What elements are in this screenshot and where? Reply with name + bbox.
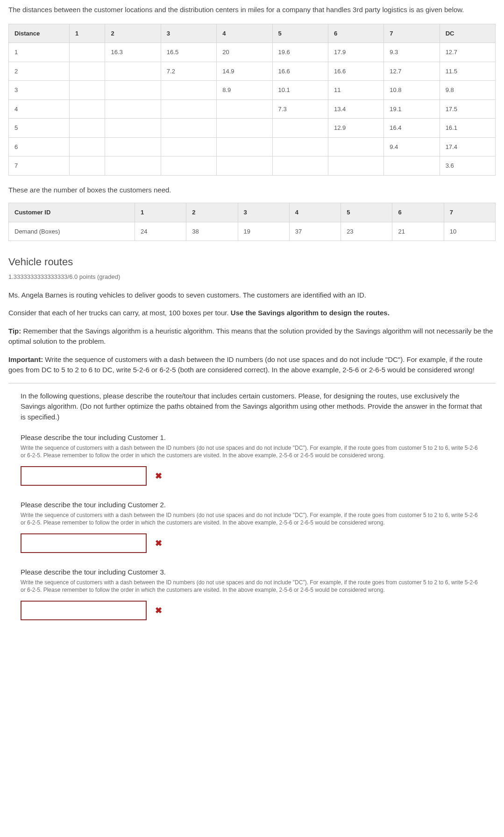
answer-input[interactable]	[21, 466, 147, 486]
dth-1: 1	[70, 24, 105, 43]
ctd-0: Demand (Boxes)	[9, 222, 135, 241]
cth-4: 4	[289, 203, 341, 222]
ctd-2: 38	[186, 222, 238, 241]
table-cell: 12.9	[328, 119, 383, 138]
table-cell: 13.4	[328, 99, 383, 119]
question-block: In the following questions, please descr…	[8, 383, 496, 621]
table-cell: 11.5	[440, 62, 495, 81]
problem-p1: Ms. Angela Barnes is routing vehicles to…	[8, 290, 496, 301]
table-cell: 7.3	[272, 99, 328, 119]
table-cell: 9.3	[384, 43, 440, 62]
table-cell	[70, 137, 105, 156]
problem-p4: Important: Write the sequence of custome…	[8, 355, 496, 376]
question: Please describe the tour including Custo…	[21, 567, 483, 620]
dth-2: 2	[105, 24, 161, 43]
points-label: 1.3333333333333333/6.0 points (graded)	[8, 272, 496, 282]
table-cell	[105, 81, 161, 100]
table-cell: 19.1	[384, 99, 440, 119]
table-cell: 11	[328, 81, 383, 100]
ctd-7: 10	[444, 222, 495, 241]
table-cell	[161, 99, 216, 119]
table-cell	[217, 99, 272, 119]
question-hint: Write the sequence of customers with a d…	[21, 444, 483, 460]
boxes-heading: These are the number of boxes the custom…	[8, 185, 496, 196]
table-cell: 17.9	[328, 43, 383, 62]
answer-row: ✖	[21, 533, 483, 553]
table-cell: 2	[9, 62, 70, 81]
table-cell: 8.9	[217, 81, 272, 100]
dth-0: Distance	[9, 24, 70, 43]
wrong-icon: ✖	[155, 537, 162, 550]
ctd-5: 23	[341, 222, 392, 241]
distance-table: Distance 1 2 3 4 5 6 7 DC 116.316.52019.…	[8, 24, 496, 176]
cth-3: 3	[238, 203, 289, 222]
table-cell: 19.6	[272, 43, 328, 62]
table-cell	[217, 156, 272, 176]
table-cell: 10.1	[272, 81, 328, 100]
question: Please describe the tour including Custo…	[21, 500, 483, 553]
table-cell	[70, 119, 105, 138]
dth-5: 5	[272, 24, 328, 43]
table-cell	[70, 43, 105, 62]
answer-row: ✖	[21, 466, 483, 486]
dth-3: 3	[161, 24, 216, 43]
table-cell	[105, 156, 161, 176]
problem-p3b: Remember that the Savings algorithm is a…	[8, 327, 493, 346]
question-hint: Write the sequence of customers with a d…	[21, 579, 483, 595]
table-cell	[70, 99, 105, 119]
wrong-icon: ✖	[155, 470, 162, 482]
ctd-6: 21	[392, 222, 444, 241]
wrong-icon: ✖	[155, 604, 162, 617]
table-cell: 7.2	[161, 62, 216, 81]
problem-p4b: Write the sequence of customers with a d…	[8, 355, 483, 374]
table-cell: 16.6	[328, 62, 383, 81]
table-cell: 17.4	[440, 137, 495, 156]
question-intro: In the following questions, please descr…	[21, 391, 483, 423]
cth-2: 2	[186, 203, 238, 222]
table-cell	[272, 137, 328, 156]
ctd-4: 37	[289, 222, 341, 241]
question-title: Please describe the tour including Custo…	[21, 433, 483, 443]
question-title: Please describe the tour including Custo…	[21, 500, 483, 511]
cth-5: 5	[341, 203, 392, 222]
table-cell: 12.7	[440, 43, 495, 62]
table-cell: 7	[9, 156, 70, 176]
table-cell	[105, 137, 161, 156]
problem-p3a: Tip:	[8, 327, 21, 335]
table-cell: 4	[9, 99, 70, 119]
table-cell: 16.3	[105, 43, 161, 62]
section-title: Vehicle routes	[8, 254, 496, 270]
answer-input[interactable]	[21, 533, 147, 553]
table-cell	[161, 137, 216, 156]
problem-p4a: Important:	[8, 355, 43, 363]
table-cell	[70, 81, 105, 100]
answer-row: ✖	[21, 601, 483, 620]
table-cell: 10.8	[384, 81, 440, 100]
cth-7: 7	[444, 203, 495, 222]
ctd-3: 19	[238, 222, 289, 241]
cth-6: 6	[392, 203, 444, 222]
table-cell: 1	[9, 43, 70, 62]
table-cell	[328, 137, 383, 156]
ctd-1: 24	[135, 222, 186, 241]
table-cell: 16.1	[440, 119, 495, 138]
table-cell: 3	[9, 81, 70, 100]
answer-input[interactable]	[21, 601, 147, 620]
table-cell	[272, 156, 328, 176]
intro-text: The distances between the customer locat…	[8, 5, 496, 15]
problem-text: Ms. Angela Barnes is routing vehicles to…	[8, 290, 496, 376]
problem-p2: Consider that each of her trucks can car…	[8, 308, 496, 319]
table-cell: 5	[9, 119, 70, 138]
problem-p2b: Use the Savings algorithm to design the …	[231, 309, 390, 317]
table-cell: 12.7	[384, 62, 440, 81]
table-cell: 16.5	[161, 43, 216, 62]
table-cell	[217, 137, 272, 156]
table-cell	[161, 81, 216, 100]
table-cell	[384, 156, 440, 176]
table-cell	[105, 119, 161, 138]
table-cell	[70, 156, 105, 176]
table-cell: 3.6	[440, 156, 495, 176]
cth-0: Customer ID	[9, 203, 135, 222]
question: Please describe the tour including Custo…	[21, 433, 483, 486]
question-title: Please describe the tour including Custo…	[21, 567, 483, 578]
